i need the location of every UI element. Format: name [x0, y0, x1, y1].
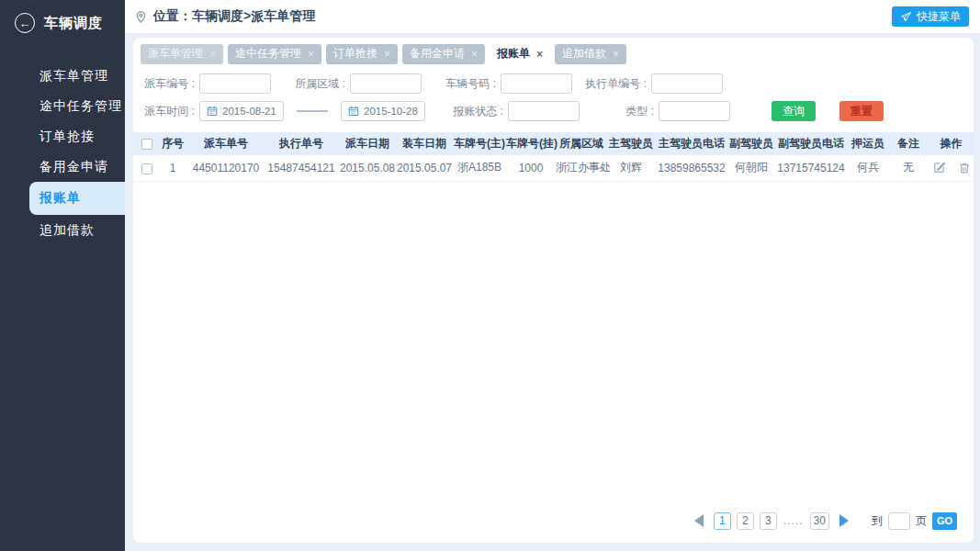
- date-to-picker[interactable]: 2015-10-28: [341, 101, 425, 121]
- search-button[interactable]: 查询: [772, 101, 816, 121]
- page-button-3[interactable]: 3: [760, 512, 777, 530]
- cell-escort: 何兵: [848, 155, 888, 181]
- sidebar-item-petty-cash[interactable]: 备用金申请: [0, 152, 125, 182]
- breadcrumb: 位置：车辆调度>派车单管理: [134, 8, 315, 25]
- breadcrumb-text: 位置：车辆调度>派车单管理: [153, 8, 315, 25]
- col-co-driver-phone: 副驾驶员电话: [774, 132, 848, 155]
- col-plate-main: 车牌号(主): [453, 132, 506, 155]
- sidebar: ← 车辆调度 派车单管理 途中任务管理 订单抢接 备用金申请 报账单 追加借款: [0, 0, 125, 551]
- row-checkbox[interactable]: [141, 163, 152, 174]
- cell-exec-no: 15487454121: [264, 155, 339, 181]
- select-all-checkbox[interactable]: [141, 139, 152, 150]
- cell-co-driver: 何朝阳: [728, 155, 774, 181]
- filter-row-1: 派车编号 : 所属区域 : 车辆号码 : 执行单编号 :: [133, 73, 964, 94]
- tab-label: 报账单: [497, 46, 530, 62]
- filter-form: 派车编号 : 所属区域 : 车辆号码 : 执行单编号 : 派车时间 :: [133, 64, 974, 121]
- date-to-value: 2015-10-28: [364, 106, 418, 117]
- filter-row-2: 派车时间 : 2015-08-21: [133, 101, 964, 121]
- col-exec-no: 执行单号: [264, 132, 339, 155]
- sidebar-item-additional-loan[interactable]: 追加借款: [0, 215, 125, 245]
- date-from-picker[interactable]: 2015-08-21: [199, 101, 284, 121]
- dispatch-time-label: 派车时间 :: [133, 104, 199, 119]
- date-range-separator: [297, 110, 328, 112]
- tab-dispatch-orders[interactable]: 派车单管理 ×: [141, 44, 223, 64]
- calendar-icon: [207, 106, 218, 117]
- close-icon[interactable]: ×: [613, 48, 619, 61]
- cell-driver: 刘辉: [607, 155, 655, 181]
- main-area: 位置：车辆调度>派车单管理 快捷菜单 派车单管理 × 途中任务管理 × 订单抢接: [125, 0, 980, 551]
- dispatch-no-input[interactable]: [199, 73, 271, 94]
- topbar: 位置：车辆调度>派车单管理 快捷菜单: [125, 0, 980, 33]
- cell-remark: 无: [888, 155, 929, 181]
- exec-no-input[interactable]: [651, 73, 723, 94]
- close-icon[interactable]: ×: [536, 48, 543, 61]
- col-driver-phone: 主驾驶员电话: [655, 132, 728, 155]
- location-pin-icon: [134, 10, 148, 24]
- region-label: 所属区域 :: [284, 76, 350, 92]
- type-input[interactable]: [659, 101, 730, 121]
- tab-expense-report[interactable]: 报账单 ×: [490, 44, 550, 64]
- tab-order-grab[interactable]: 订单抢接 ×: [326, 44, 398, 64]
- cell-plate-trailer: 1000: [506, 155, 556, 181]
- sidebar-item-expense-report[interactable]: 报账单: [29, 182, 125, 215]
- cell-region: 浙江办事处: [556, 155, 607, 181]
- close-icon[interactable]: ×: [308, 48, 314, 61]
- page-unit-label: 页: [916, 513, 927, 529]
- col-remark: 备注: [888, 132, 929, 155]
- cell-dispatch-no: 44501120170: [188, 155, 264, 181]
- quick-menu-button[interactable]: 快捷菜单: [892, 6, 969, 27]
- reset-button[interactable]: 重置: [839, 101, 884, 121]
- tab-label: 订单抢接: [333, 46, 377, 62]
- tab-additional-loan[interactable]: 追加借款 ×: [555, 44, 626, 64]
- close-icon[interactable]: ×: [384, 48, 390, 61]
- tab-petty-cash[interactable]: 备用金申请 ×: [402, 44, 485, 64]
- content-panel: 派车单管理 × 途中任务管理 × 订单抢接 × 备用金申请 × 报账单 × 追加…: [133, 38, 974, 543]
- page-button-1[interactable]: 1: [714, 512, 731, 530]
- table-header-row: 序号 派车单号 执行单号 派车日期 装车日期 车牌号(主) 车牌号(挂) 所属区…: [133, 132, 974, 155]
- cell-load-date: 2015.05.07: [396, 155, 453, 181]
- go-button[interactable]: GO: [932, 512, 957, 530]
- next-page-button[interactable]: [835, 512, 853, 530]
- prev-page-button[interactable]: [690, 512, 708, 530]
- cell-dispatch-date: 2015.05.08: [339, 155, 396, 181]
- tab-label: 追加借款: [562, 46, 606, 62]
- sidebar-item-order-grab[interactable]: 订单抢接: [0, 121, 125, 152]
- cell-seq: 1: [157, 155, 188, 181]
- exec-no-label: 执行单编号 :: [585, 76, 651, 92]
- status-input[interactable]: [508, 101, 580, 121]
- col-co-driver: 副驾驶员: [728, 132, 774, 155]
- pagination-ellipsis: .....: [783, 514, 804, 527]
- edit-icon[interactable]: [932, 161, 946, 174]
- col-region: 所属区域: [556, 132, 607, 155]
- sidebar-nav: 派车单管理 途中任务管理 订单抢接 备用金申请 报账单 追加借款: [0, 61, 125, 245]
- tab-enroute-tasks[interactable]: 途中任务管理 ×: [228, 44, 321, 64]
- delete-icon[interactable]: [958, 162, 971, 174]
- status-label: 报账状态 :: [442, 104, 508, 119]
- goto-page-input[interactable]: [888, 512, 910, 530]
- sidebar-item-enroute-tasks[interactable]: 途中任务管理: [0, 91, 125, 121]
- page-button-last[interactable]: 30: [810, 512, 829, 530]
- quick-menu-label: 快捷菜单: [917, 9, 961, 25]
- table-row: 1 44501120170 15487454121 2015.05.08 201…: [133, 155, 974, 181]
- dispatch-no-label: 派车编号 :: [133, 76, 199, 92]
- cell-plate-main: 浙A185B: [453, 155, 506, 181]
- tab-bar: 派车单管理 × 途中任务管理 × 订单抢接 × 备用金申请 × 报账单 × 追加…: [133, 38, 974, 64]
- col-dispatch-date: 派车日期: [339, 132, 396, 155]
- send-icon: [900, 11, 912, 23]
- close-icon[interactable]: ×: [471, 48, 478, 61]
- row-operations: [929, 161, 974, 174]
- sidebar-item-dispatch-orders[interactable]: 派车单管理: [0, 61, 125, 91]
- cell-co-driver-phone: 13715745124: [774, 155, 848, 181]
- type-label: 类型 :: [592, 104, 659, 119]
- app-title: 车辆调度: [44, 15, 103, 32]
- tab-label: 派车单管理: [148, 46, 203, 62]
- col-seq: 序号: [157, 132, 188, 155]
- close-icon[interactable]: ×: [209, 48, 216, 61]
- tab-label: 备用金申请: [410, 46, 465, 62]
- page-button-2[interactable]: 2: [737, 512, 754, 530]
- back-arrow-icon: ←: [19, 17, 31, 29]
- vehicle-no-input[interactable]: [501, 73, 572, 94]
- back-button[interactable]: ←: [15, 13, 35, 33]
- calendar-icon: [348, 106, 359, 117]
- region-input[interactable]: [350, 73, 422, 94]
